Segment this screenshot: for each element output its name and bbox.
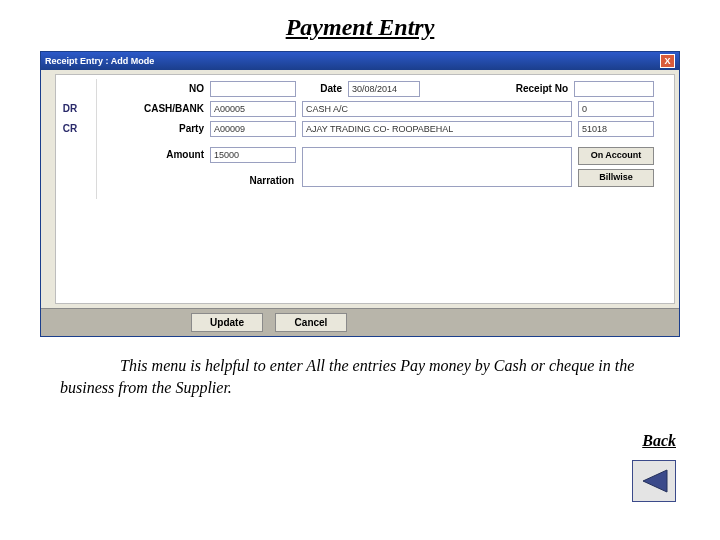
back-link[interactable]: Back xyxy=(642,432,676,450)
window-client: NO Date Receipt No DR CR CASH/BANK Party… xyxy=(41,70,679,336)
vertical-divider xyxy=(96,79,97,199)
app-window: Receipt Entry : Add Mode X NO Date Recei… xyxy=(40,51,680,337)
label-no: NO xyxy=(164,83,204,94)
svg-marker-0 xyxy=(643,470,667,492)
form-panel: NO Date Receipt No DR CR CASH/BANK Party… xyxy=(55,74,675,304)
label-amount: Amount xyxy=(152,149,204,160)
label-narration: Narration xyxy=(228,175,294,186)
input-cashbank-code[interactable] xyxy=(210,101,296,117)
input-party-code[interactable] xyxy=(210,121,296,137)
input-cashbank-bal xyxy=(578,101,654,117)
back-arrow-button[interactable] xyxy=(632,460,676,502)
triangle-left-icon xyxy=(639,468,669,494)
label-dr: DR xyxy=(44,103,96,114)
label-cashbank: CASH/BANK xyxy=(128,103,204,114)
bottom-toolbar: Update Cancel xyxy=(41,308,679,336)
input-date[interactable] xyxy=(348,81,420,97)
on-account-button[interactable]: On Account xyxy=(578,147,654,165)
page-title: Payment Entry xyxy=(0,14,720,41)
close-button[interactable]: X xyxy=(660,54,675,68)
label-receipt-no: Receipt No xyxy=(504,83,568,94)
caption-text: This menu is helpful to enter All the en… xyxy=(60,355,660,398)
billwise-button[interactable]: Billwise xyxy=(578,169,654,187)
label-cr: CR xyxy=(44,123,96,134)
update-button[interactable]: Update xyxy=(191,313,263,332)
window-titlebar: Receipt Entry : Add Mode X xyxy=(41,52,679,70)
window-title: Receipt Entry : Add Mode xyxy=(45,56,660,66)
label-date: Date xyxy=(306,83,342,94)
input-cashbank-name[interactable] xyxy=(302,101,572,117)
input-party-bal xyxy=(578,121,654,137)
cancel-button[interactable]: Cancel xyxy=(275,313,347,332)
input-party-name[interactable] xyxy=(302,121,572,137)
input-amount[interactable] xyxy=(210,147,296,163)
label-party: Party xyxy=(164,123,204,134)
close-icon: X xyxy=(664,56,670,66)
input-receipt-no[interactable] xyxy=(574,81,654,97)
input-no[interactable] xyxy=(210,81,296,97)
narration-box[interactable] xyxy=(302,147,572,187)
